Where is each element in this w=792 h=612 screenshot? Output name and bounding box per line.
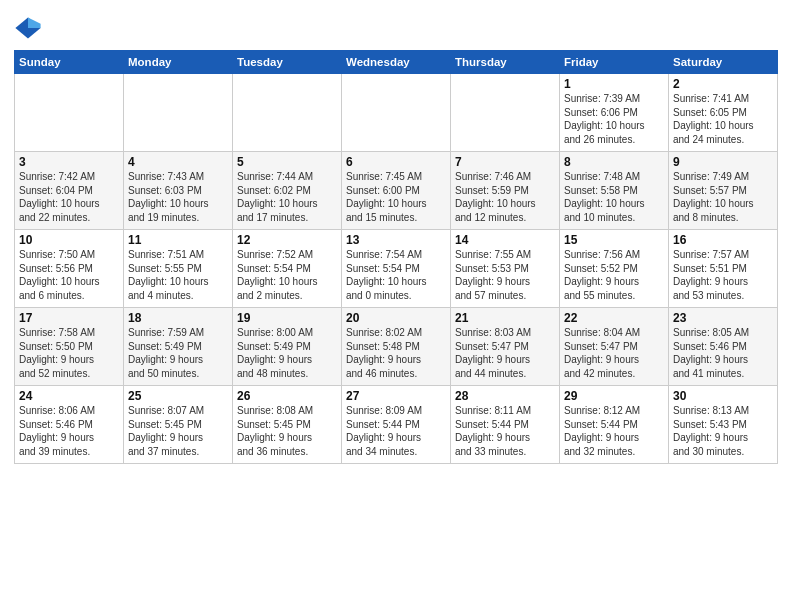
day-info: Sunrise: 7:41 AM Sunset: 6:05 PM Dayligh… (673, 92, 773, 146)
day-info: Sunrise: 8:05 AM Sunset: 5:46 PM Dayligh… (673, 326, 773, 380)
week-row-5: 24Sunrise: 8:06 AM Sunset: 5:46 PM Dayli… (15, 386, 778, 464)
day-cell: 6Sunrise: 7:45 AM Sunset: 6:00 PM Daylig… (342, 152, 451, 230)
day-number: 23 (673, 311, 773, 325)
day-number: 5 (237, 155, 337, 169)
day-cell: 11Sunrise: 7:51 AM Sunset: 5:55 PM Dayli… (124, 230, 233, 308)
day-cell (15, 74, 124, 152)
day-cell: 9Sunrise: 7:49 AM Sunset: 5:57 PM Daylig… (669, 152, 778, 230)
day-number: 11 (128, 233, 228, 247)
day-cell: 13Sunrise: 7:54 AM Sunset: 5:54 PM Dayli… (342, 230, 451, 308)
day-info: Sunrise: 7:49 AM Sunset: 5:57 PM Dayligh… (673, 170, 773, 224)
day-cell: 7Sunrise: 7:46 AM Sunset: 5:59 PM Daylig… (451, 152, 560, 230)
day-info: Sunrise: 8:11 AM Sunset: 5:44 PM Dayligh… (455, 404, 555, 458)
day-cell (451, 74, 560, 152)
day-info: Sunrise: 7:58 AM Sunset: 5:50 PM Dayligh… (19, 326, 119, 380)
header (14, 10, 778, 42)
day-cell: 17Sunrise: 7:58 AM Sunset: 5:50 PM Dayli… (15, 308, 124, 386)
calendar-body: 1Sunrise: 7:39 AM Sunset: 6:06 PM Daylig… (15, 74, 778, 464)
day-number: 4 (128, 155, 228, 169)
day-info: Sunrise: 7:44 AM Sunset: 6:02 PM Dayligh… (237, 170, 337, 224)
day-cell: 1Sunrise: 7:39 AM Sunset: 6:06 PM Daylig… (560, 74, 669, 152)
logo-icon (14, 14, 42, 42)
day-number: 22 (564, 311, 664, 325)
day-cell: 15Sunrise: 7:56 AM Sunset: 5:52 PM Dayli… (560, 230, 669, 308)
day-cell: 12Sunrise: 7:52 AM Sunset: 5:54 PM Dayli… (233, 230, 342, 308)
day-number: 10 (19, 233, 119, 247)
day-info: Sunrise: 7:54 AM Sunset: 5:54 PM Dayligh… (346, 248, 446, 302)
day-cell (124, 74, 233, 152)
svg-marker-1 (28, 18, 41, 29)
week-row-2: 3Sunrise: 7:42 AM Sunset: 6:04 PM Daylig… (15, 152, 778, 230)
day-cell: 18Sunrise: 7:59 AM Sunset: 5:49 PM Dayli… (124, 308, 233, 386)
page: SundayMondayTuesdayWednesdayThursdayFrid… (0, 0, 792, 612)
day-cell: 20Sunrise: 8:02 AM Sunset: 5:48 PM Dayli… (342, 308, 451, 386)
day-number: 17 (19, 311, 119, 325)
day-cell: 26Sunrise: 8:08 AM Sunset: 5:45 PM Dayli… (233, 386, 342, 464)
day-cell: 21Sunrise: 8:03 AM Sunset: 5:47 PM Dayli… (451, 308, 560, 386)
day-info: Sunrise: 7:57 AM Sunset: 5:51 PM Dayligh… (673, 248, 773, 302)
day-cell: 30Sunrise: 8:13 AM Sunset: 5:43 PM Dayli… (669, 386, 778, 464)
day-cell: 24Sunrise: 8:06 AM Sunset: 5:46 PM Dayli… (15, 386, 124, 464)
day-cell: 3Sunrise: 7:42 AM Sunset: 6:04 PM Daylig… (15, 152, 124, 230)
weekday-sunday: Sunday (15, 51, 124, 74)
day-info: Sunrise: 7:46 AM Sunset: 5:59 PM Dayligh… (455, 170, 555, 224)
day-cell: 23Sunrise: 8:05 AM Sunset: 5:46 PM Dayli… (669, 308, 778, 386)
day-number: 15 (564, 233, 664, 247)
day-cell: 14Sunrise: 7:55 AM Sunset: 5:53 PM Dayli… (451, 230, 560, 308)
day-info: Sunrise: 7:43 AM Sunset: 6:03 PM Dayligh… (128, 170, 228, 224)
day-number: 30 (673, 389, 773, 403)
day-info: Sunrise: 7:42 AM Sunset: 6:04 PM Dayligh… (19, 170, 119, 224)
day-cell: 10Sunrise: 7:50 AM Sunset: 5:56 PM Dayli… (15, 230, 124, 308)
day-number: 29 (564, 389, 664, 403)
day-number: 7 (455, 155, 555, 169)
calendar-header: SundayMondayTuesdayWednesdayThursdayFrid… (15, 51, 778, 74)
day-info: Sunrise: 7:50 AM Sunset: 5:56 PM Dayligh… (19, 248, 119, 302)
day-number: 12 (237, 233, 337, 247)
day-info: Sunrise: 8:00 AM Sunset: 5:49 PM Dayligh… (237, 326, 337, 380)
day-cell: 29Sunrise: 8:12 AM Sunset: 5:44 PM Dayli… (560, 386, 669, 464)
day-info: Sunrise: 8:02 AM Sunset: 5:48 PM Dayligh… (346, 326, 446, 380)
day-cell (233, 74, 342, 152)
day-info: Sunrise: 8:09 AM Sunset: 5:44 PM Dayligh… (346, 404, 446, 458)
day-cell (342, 74, 451, 152)
weekday-wednesday: Wednesday (342, 51, 451, 74)
day-info: Sunrise: 7:48 AM Sunset: 5:58 PM Dayligh… (564, 170, 664, 224)
weekday-thursday: Thursday (451, 51, 560, 74)
day-cell: 8Sunrise: 7:48 AM Sunset: 5:58 PM Daylig… (560, 152, 669, 230)
day-info: Sunrise: 8:06 AM Sunset: 5:46 PM Dayligh… (19, 404, 119, 458)
week-row-4: 17Sunrise: 7:58 AM Sunset: 5:50 PM Dayli… (15, 308, 778, 386)
day-info: Sunrise: 7:39 AM Sunset: 6:06 PM Dayligh… (564, 92, 664, 146)
weekday-friday: Friday (560, 51, 669, 74)
day-info: Sunrise: 8:07 AM Sunset: 5:45 PM Dayligh… (128, 404, 228, 458)
day-number: 26 (237, 389, 337, 403)
day-info: Sunrise: 8:13 AM Sunset: 5:43 PM Dayligh… (673, 404, 773, 458)
day-number: 27 (346, 389, 446, 403)
day-number: 9 (673, 155, 773, 169)
day-cell: 2Sunrise: 7:41 AM Sunset: 6:05 PM Daylig… (669, 74, 778, 152)
day-number: 13 (346, 233, 446, 247)
day-cell: 5Sunrise: 7:44 AM Sunset: 6:02 PM Daylig… (233, 152, 342, 230)
calendar-table: SundayMondayTuesdayWednesdayThursdayFrid… (14, 50, 778, 464)
day-info: Sunrise: 7:45 AM Sunset: 6:00 PM Dayligh… (346, 170, 446, 224)
day-number: 28 (455, 389, 555, 403)
day-cell: 16Sunrise: 7:57 AM Sunset: 5:51 PM Dayli… (669, 230, 778, 308)
day-info: Sunrise: 8:08 AM Sunset: 5:45 PM Dayligh… (237, 404, 337, 458)
day-number: 25 (128, 389, 228, 403)
day-number: 8 (564, 155, 664, 169)
day-number: 1 (564, 77, 664, 91)
day-cell: 28Sunrise: 8:11 AM Sunset: 5:44 PM Dayli… (451, 386, 560, 464)
day-cell: 27Sunrise: 8:09 AM Sunset: 5:44 PM Dayli… (342, 386, 451, 464)
day-info: Sunrise: 8:03 AM Sunset: 5:47 PM Dayligh… (455, 326, 555, 380)
day-number: 20 (346, 311, 446, 325)
day-cell: 4Sunrise: 7:43 AM Sunset: 6:03 PM Daylig… (124, 152, 233, 230)
weekday-tuesday: Tuesday (233, 51, 342, 74)
day-cell: 19Sunrise: 8:00 AM Sunset: 5:49 PM Dayli… (233, 308, 342, 386)
day-number: 14 (455, 233, 555, 247)
day-number: 18 (128, 311, 228, 325)
weekday-saturday: Saturday (669, 51, 778, 74)
weekday-header-row: SundayMondayTuesdayWednesdayThursdayFrid… (15, 51, 778, 74)
day-number: 21 (455, 311, 555, 325)
day-number: 2 (673, 77, 773, 91)
day-number: 6 (346, 155, 446, 169)
day-cell: 25Sunrise: 8:07 AM Sunset: 5:45 PM Dayli… (124, 386, 233, 464)
